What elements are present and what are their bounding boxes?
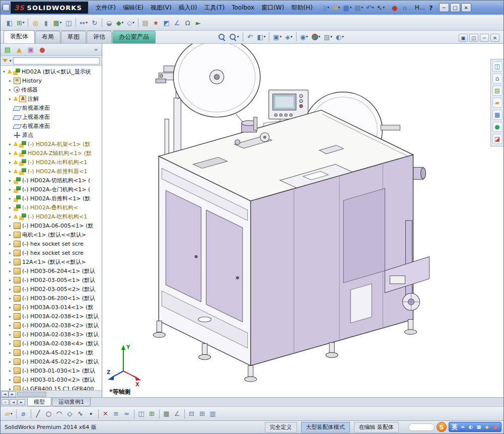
filter-dropdown-caret-icon[interactable]: ▾ — [10, 59, 12, 63]
reference-geometry-icon[interactable]: ◇▾ — [125, 17, 136, 28]
tree-item[interactable]: ▸传感器 — [1, 85, 102, 94]
expand-caret-icon[interactable]: ▸ — [8, 323, 12, 328]
sogou-logo[interactable]: S — [437, 422, 447, 432]
expand-caret-icon[interactable]: ▸ — [8, 88, 12, 92]
zoom-to-fit-icon[interactable] — [217, 31, 227, 42]
appearances-scenes-icon[interactable]: ● — [492, 122, 502, 132]
quick-snaps-icon[interactable]: ∠ — [172, 408, 182, 419]
ime-fullhalf-icon[interactable]: ◐ — [467, 423, 474, 430]
ime-softkeyboard-icon[interactable]: ▦ — [475, 423, 482, 430]
display-grid-icon[interactable]: ▦ — [162, 408, 172, 419]
tree-item[interactable]: ▸(-) hex socket set scre — [1, 248, 102, 257]
tree-item[interactable]: ▸(-) HD02A-45-022<1> (默 — [1, 348, 102, 357]
expand-caret-icon[interactable]: ▸ — [8, 142, 12, 147]
menu-item[interactable]: Toolbox — [228, 3, 258, 13]
expand-caret-icon[interactable]: ▸ — [8, 278, 12, 282]
apply-scene-icon[interactable]: ▨▾ — [322, 31, 334, 42]
tile-windows-icon[interactable]: ◫ — [469, 34, 478, 42]
menu-item[interactable]: 文件(F) — [92, 2, 119, 14]
tree-item[interactable]: ▸HD02A-Z轴机构<1> (默 — [1, 149, 102, 158]
tree-root-item[interactable]: ▾HD02A (默认<默认_显示状 — [1, 67, 102, 76]
expand-caret-icon[interactable]: ▸ — [8, 341, 12, 346]
circle-icon[interactable]: ○ — [44, 408, 54, 419]
new-document-icon[interactable]: ▯▾ — [321, 2, 331, 13]
ime-language-mode[interactable]: 英 — [452, 423, 458, 431]
task-pane-handle-icon[interactable]: ◫ — [492, 61, 502, 71]
tree-item[interactable]: ▸电机<1> (默认<<默认> — [1, 230, 102, 239]
rebuild-icon[interactable]: ● — [390, 2, 400, 13]
tree-item[interactable]: ▸(-) HD02A-机架<1> (默 — [1, 139, 102, 149]
menu-item[interactable]: 插入(I) — [175, 2, 201, 14]
mirror-components-icon[interactable]: ◫ — [63, 17, 74, 28]
close-button[interactable]: ✕ — [461, 3, 471, 12]
ime-input-pill[interactable] — [408, 423, 435, 431]
expand-caret-icon[interactable]: ▸ — [8, 196, 12, 201]
interference-detection-icon[interactable]: ◩ — [162, 17, 172, 28]
insert-components-icon[interactable]: ⊞▾ — [15, 17, 26, 28]
line-icon[interactable]: ╱ — [33, 408, 43, 419]
tree-item[interactable]: ▸(-) hex socket set scre — [1, 239, 102, 248]
doc-minimize-icon[interactable]: ─ — [480, 34, 489, 42]
ime-close-icon[interactable]: ● — [491, 423, 498, 430]
expand-caret-icon[interactable]: ▸ — [8, 287, 12, 292]
expand-caret-icon[interactable]: ▸ — [8, 251, 12, 255]
scroll-right-button[interactable]: ► — [9, 391, 16, 397]
tree-item[interactable]: ▸(-) HD02A-切纸机构<1> ( — [1, 176, 102, 185]
custom-properties-icon[interactable]: ◪ — [492, 134, 502, 144]
tree-item[interactable]: ▸(-) HD03A-06-005<1> (默 — [1, 221, 102, 230]
save-icon[interactable]: ▦▾ — [341, 2, 353, 13]
tab-scroll-first-button[interactable]: « — [2, 399, 9, 405]
commandmanager-tab[interactable]: 布局 — [35, 31, 60, 43]
tree-item[interactable]: 上视基准面 — [1, 112, 102, 121]
tab-scroll-right-button[interactable]: ► — [18, 399, 25, 405]
search-collapsed-label[interactable]: H... — [415, 4, 425, 11]
arc-icon[interactable]: ◠ — [54, 408, 64, 419]
expand-caret-icon[interactable]: ▾ — [2, 69, 6, 74]
tree-item[interactable]: 原点 — [1, 130, 102, 139]
expand-caret-icon[interactable]: ▸ — [8, 79, 12, 83]
help-button[interactable]: ? — [429, 4, 433, 12]
bill-of-materials-icon[interactable]: ▤ — [140, 17, 151, 28]
scroll-thumb[interactable] — [17, 392, 46, 397]
expand-caret-icon[interactable]: ▸ — [8, 178, 12, 183]
expand-caret-icon[interactable]: ▸ — [8, 97, 12, 101]
tree-item[interactable]: ▸(-) HD03-01-030<1> (默认 — [1, 366, 102, 375]
tree-item[interactable]: ▸(-) HD02A-吃料机构<1 — [1, 212, 102, 221]
tree-item[interactable]: ▸12A<1> (默认<<默认> — [1, 257, 102, 266]
expand-caret-icon[interactable]: ▸ — [8, 160, 12, 165]
measure-icon[interactable]: ∠ — [172, 17, 182, 28]
expand-caret-icon[interactable]: ▸ — [8, 314, 12, 319]
mass-properties-icon[interactable]: Ω — [183, 17, 193, 28]
menu-item[interactable]: 帮助(H) — [287, 2, 316, 14]
filter-icon[interactable] — [3, 59, 8, 62]
edit-appearance-icon[interactable]: ▾ — [310, 31, 322, 42]
menu-item[interactable]: 工具(T) — [200, 2, 228, 14]
tree-item[interactable]: ▸(-) HD02A-仓门机构<1> ( — [1, 185, 102, 194]
open-icon[interactable]: ▰▾ — [331, 2, 342, 13]
displaymanager-tab-icon[interactable]: ● — [37, 45, 47, 55]
previous-view-icon[interactable]: ↶ — [245, 31, 255, 42]
expand-caret-icon[interactable]: ▸ — [8, 359, 12, 364]
configurationmanager-tab-icon[interactable]: ▣ — [26, 45, 36, 55]
rotate-component-icon[interactable]: ↻ — [90, 17, 100, 28]
pane-display-icon[interactable]: ▥ — [208, 408, 218, 419]
tree-item[interactable]: ▸(-) HD02A-出料机构<1 — [1, 158, 102, 167]
exploded-view-icon[interactable]: ★ — [151, 17, 161, 28]
trim-entities-icon[interactable]: ✕ — [101, 408, 111, 419]
tree-item[interactable]: ▸(-) HD03-06-200<1> (默认 — [1, 294, 102, 303]
expand-caret-icon[interactable]: ▸ — [8, 269, 12, 273]
expand-caret-icon[interactable]: ▸ — [8, 151, 12, 156]
display-style-icon[interactable]: ◈▾ — [283, 31, 294, 42]
mirror-entities-icon[interactable]: ◫ — [136, 408, 147, 419]
tree-horizontal-scrollbar[interactable]: ◄ ► — [1, 390, 102, 397]
tree-item[interactable]: 右视基准面 — [1, 121, 102, 130]
tree-item[interactable]: ▸(-) HD02A-45-022<2> (默认 — [1, 357, 102, 366]
tree-item[interactable]: ▸(-) HD02-03-005<2> (默认 — [1, 284, 102, 294]
tree-item[interactable]: ▸(-) HD03A-02-038<2> (默认 — [1, 321, 102, 330]
tree-item[interactable]: ▸(-) HD03A-02-038<1> (默认 — [1, 312, 102, 321]
tree-item[interactable]: ▸(-) HD02A-后推料<1> (默 — [1, 194, 102, 203]
tree-item[interactable]: ▸(-) HD02A-叠料机构< — [1, 203, 102, 212]
expand-caret-icon[interactable]: ▸ — [8, 378, 12, 382]
view-settings-icon[interactable]: ◐▾ — [334, 31, 345, 42]
tree-item[interactable]: 前视基准面 — [1, 103, 102, 112]
